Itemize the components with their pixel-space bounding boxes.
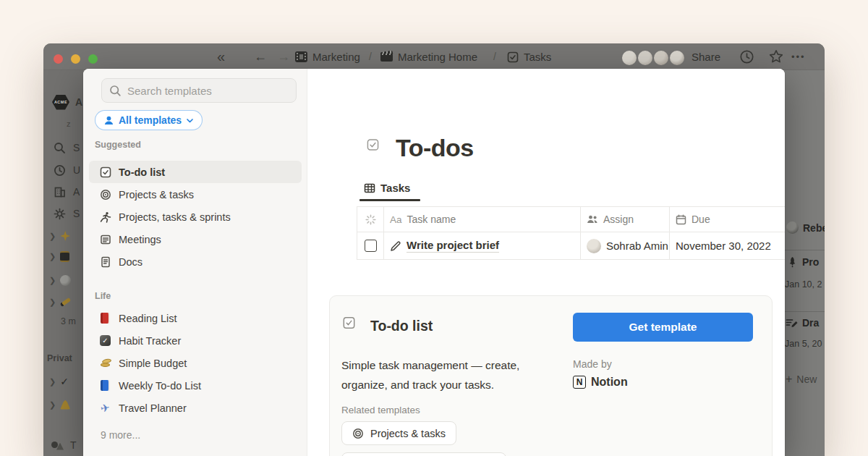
marketing-canvas: « ← → Marketing / Marketing Home / (0, 0, 868, 456)
page-checkbox-icon (367, 138, 379, 151)
breadcrumb-separator: / (493, 43, 496, 70)
airplane-icon: ✈ (99, 402, 111, 414)
section-label-suggested: Suggested (95, 140, 141, 150)
suggested-template-list: To-do list Projects & tasks Projects, ta… (89, 161, 302, 273)
search-templates-input[interactable] (127, 85, 279, 97)
breadcrumb-marketing-home[interactable]: Marketing Home (380, 43, 477, 70)
chevron-right-icon: ❯ (49, 377, 56, 387)
note-icon (99, 233, 111, 245)
gallery-card-title: Pro (787, 256, 819, 268)
collaborator-avatar[interactable] (668, 49, 686, 67)
table-header-row: Aa Task name Assign Due (357, 206, 785, 232)
template-item-label: Weekly To-do List (119, 380, 201, 392)
section-label-life: Life (95, 291, 111, 301)
tab-tasks[interactable]: Tasks (364, 182, 410, 194)
publisher-row: N Notion (573, 376, 628, 389)
table-view-icon (364, 182, 375, 194)
runner-icon (99, 211, 111, 223)
film-frames-icon (295, 51, 307, 62)
breadcrumb-separator: / (369, 43, 372, 70)
card-divider (785, 311, 825, 312)
checkbox-icon (506, 51, 519, 63)
breadcrumb-label: Tasks (524, 51, 551, 63)
zoom-window-button[interactable] (88, 54, 98, 64)
back-arrow-icon[interactable]: ← (254, 43, 267, 70)
memo-icon (786, 318, 798, 329)
template-item-meetings[interactable]: Meetings (89, 228, 302, 250)
collapse-sidebar-icon[interactable]: « (217, 43, 225, 70)
red-book-icon (99, 312, 111, 324)
template-item-todo-list[interactable]: To-do list (89, 161, 302, 183)
clapperboard-icon (380, 51, 393, 62)
column-header-due[interactable]: Due (669, 207, 785, 232)
gear-icon (54, 208, 66, 220)
share-label: Share (692, 51, 720, 63)
tab-label: Tasks (380, 182, 410, 194)
breadcrumb-label: Marketing Home (398, 51, 477, 63)
get-template-button[interactable]: Get template (573, 313, 753, 342)
blue-book-icon (99, 379, 111, 392)
assignee-cell[interactable]: Sohrab Amin (580, 232, 669, 259)
check-button-icon: ✓ (99, 334, 111, 347)
money-icon (99, 357, 111, 369)
template-item-travel-planner[interactable]: ✈ Travel Planner (89, 397, 302, 419)
chevron-right-icon: ❯ (49, 232, 56, 241)
template-item-weekly-todo-list[interactable]: Weekly To-do List (89, 374, 302, 397)
favorite-star-icon[interactable] (768, 48, 784, 64)
more-options-icon[interactable]: ••• (791, 43, 806, 70)
collaborator-avatar[interactable] (652, 49, 670, 67)
template-info-card: To-do list Get template Simple task mana… (329, 295, 773, 456)
task-name-cell[interactable]: Write project brief (383, 232, 580, 259)
clock-icon (54, 164, 66, 177)
text-type-icon: Aa (390, 214, 402, 225)
person-avatar (786, 221, 799, 234)
person-meditating-emoji-icon (60, 400, 70, 410)
rocket-icon (787, 256, 798, 268)
active-tab-indicator (359, 199, 420, 201)
column-header-assign[interactable]: Assign (580, 207, 669, 232)
template-item-label: Projects & tasks (119, 189, 194, 200)
bullseye-icon (99, 188, 111, 200)
collaborator-avatar[interactable] (637, 49, 654, 67)
gallery-card-date: Jan 10, 2 (785, 279, 822, 290)
document-icon (99, 256, 111, 268)
column-header-task-name[interactable]: Aa Task name (383, 207, 580, 232)
share-button[interactable]: Share (692, 43, 720, 70)
breadcrumb-label: Marketing (312, 51, 360, 63)
check-mark-emoji-icon: ✓ (60, 376, 69, 387)
due-date-cell[interactable]: November 30, 2022 (669, 232, 785, 259)
close-window-button[interactable] (54, 54, 63, 64)
breadcrumb-marketing[interactable]: Marketing (295, 43, 360, 70)
template-item-projects-tasks-sprints[interactable]: Projects, tasks & sprints (89, 206, 302, 228)
minimize-window-button[interactable] (71, 54, 80, 64)
pencil-emoji-icon (60, 297, 71, 307)
template-item-reading-list[interactable]: Reading List (89, 307, 302, 329)
template-item-label: Docs (119, 256, 142, 268)
related-template-projects-tasks-button[interactable]: Projects & tasks (341, 421, 456, 445)
more-templates-link[interactable]: 9 more... (101, 429, 140, 441)
related-template-partial-button[interactable] (341, 452, 506, 456)
gallery-card-title: Dra (786, 317, 819, 329)
template-search-box[interactable] (101, 78, 297, 103)
chevron-right-icon: ❯ (49, 252, 56, 261)
template-item-docs[interactable]: Docs (89, 250, 302, 273)
template-filter-dropdown[interactable]: All templates (95, 110, 203, 130)
row-checkbox[interactable] (365, 240, 377, 252)
template-preview-pane: To-dos Tasks Aa Task name (307, 69, 785, 456)
chevron-right-icon: ❯ (49, 297, 56, 307)
collaborator-avatar[interactable] (621, 49, 638, 67)
template-item-projects-tasks[interactable]: Projects & tasks (89, 183, 302, 206)
app-sidebar-dimmed: ACME A z S U A S ❯ (43, 70, 83, 456)
notion-window: « ← → Marketing / Marketing Home / (43, 43, 825, 456)
breadcrumb-tasks[interactable]: Tasks (506, 43, 551, 70)
task-page-link[interactable]: Write project brief (407, 239, 499, 253)
updates-clock-icon[interactable] (739, 49, 754, 64)
window-toolbar: « ← → Marketing / Marketing Home / (43, 43, 825, 70)
chevron-right-icon: ❯ (49, 400, 56, 410)
thread-spool-emoji-icon (60, 251, 69, 262)
template-item-habit-tracker[interactable]: ✓ Habit Tracker (89, 329, 302, 352)
calendar-icon (676, 214, 686, 225)
template-item-simple-budget[interactable]: Simple Budget (89, 352, 302, 374)
forward-arrow-icon[interactable]: → (277, 43, 290, 70)
related-templates-label: Related templates (341, 405, 420, 415)
